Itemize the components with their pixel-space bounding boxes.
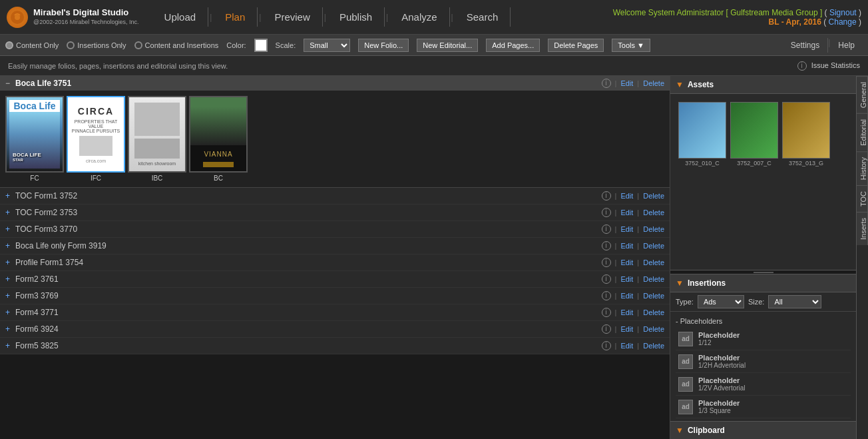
form6-expand-icon[interactable]: +: [5, 324, 10, 334]
form2-delete-link[interactable]: Delete: [643, 275, 664, 283]
form2-expand-icon[interactable]: +: [5, 274, 10, 284]
delete-pages-button[interactable]: Delete Pages: [548, 39, 604, 52]
form5-expand-icon[interactable]: +: [5, 341, 10, 350]
form-row-toc2[interactable]: + TOC Form2 3753 i | Edit | Delete: [0, 205, 670, 221]
toc2-expand-icon[interactable]: +: [5, 208, 10, 217]
form2-edit-link[interactable]: Edit: [620, 275, 633, 283]
toc1-info-icon[interactable]: i: [602, 191, 611, 201]
issue-stats[interactable]: i Issue Statistics: [797, 61, 860, 71]
content-only-radio[interactable]: Content Only: [5, 41, 59, 49]
insertions-header[interactable]: ▼ Insertions: [670, 274, 856, 292]
asset-item-2[interactable]: 3752_007_C: [730, 102, 778, 167]
form5-info-icon[interactable]: i: [602, 341, 611, 350]
nav-analyze[interactable]: Analyze: [389, 7, 449, 27]
form-row-form2[interactable]: + Form2 3761 i | Edit | Delete: [0, 271, 670, 288]
form6-delete-link[interactable]: Delete: [643, 325, 664, 333]
form6-edit-link[interactable]: Edit: [620, 325, 633, 333]
help-button[interactable]: Help: [830, 38, 863, 53]
size-select[interactable]: All Full Half Quarter: [768, 295, 821, 308]
toc1-title: TOC Form1 3752: [15, 191, 602, 201]
tools-button[interactable]: Tools ▼: [612, 39, 650, 52]
form-row-bocaonly[interactable]: + Boca Life only Form 3919 i | Edit | De…: [0, 238, 670, 254]
placeholder-item-4[interactable]: ad Placeholder 1/3 Square: [676, 396, 851, 418]
toc2-edit-link[interactable]: Edit: [620, 209, 633, 217]
form4-expand-icon[interactable]: +: [5, 308, 10, 317]
nav-preview[interactable]: Preview: [262, 7, 322, 27]
profile1-delete-link[interactable]: Delete: [643, 258, 664, 266]
form4-edit-link[interactable]: Edit: [620, 308, 633, 316]
side-tab-inserts[interactable]: Inserts: [857, 212, 868, 245]
toc1-delete-link[interactable]: Delete: [643, 192, 664, 200]
color-picker[interactable]: [254, 39, 268, 52]
toc1-edit-link[interactable]: Edit: [620, 192, 633, 200]
toc3-info-icon[interactable]: i: [602, 224, 611, 234]
placeholder-item-3[interactable]: ad Placeholder 1/2V Advertorial: [676, 373, 851, 396]
asset-item-1[interactable]: 3752_010_C: [678, 102, 726, 167]
new-folio-button[interactable]: New Folio...: [358, 39, 409, 52]
placeholder-item-1[interactable]: ad Placeholder 1/12: [676, 328, 851, 350]
insertions-only-radio[interactable]: Insertions Only: [67, 41, 126, 49]
profile1-expand-icon[interactable]: +: [5, 258, 10, 267]
toc3-expand-icon[interactable]: +: [5, 224, 10, 234]
profile1-info-icon[interactable]: i: [602, 258, 611, 267]
nav-plan[interactable]: Plan: [213, 7, 258, 27]
bocaonly-info-icon[interactable]: i: [602, 241, 611, 250]
side-tab-history[interactable]: History: [857, 151, 868, 185]
signout-link[interactable]: Signout: [829, 8, 857, 17]
form2-info-icon[interactable]: i: [602, 274, 611, 284]
side-tab-general[interactable]: General: [857, 76, 868, 113]
clipboard-header[interactable]: ▼ Clipboard: [670, 422, 856, 439]
side-tab-editorial[interactable]: Editorial: [857, 113, 868, 151]
form5-edit-link[interactable]: Edit: [620, 342, 633, 350]
nav-search[interactable]: Search: [455, 7, 511, 27]
folio-expand-icon[interactable]: −: [5, 79, 10, 88]
add-pages-button[interactable]: Add Pages...: [486, 39, 540, 52]
form-row-form3[interactable]: + Form3 3769 i | Edit | Delete: [0, 288, 670, 304]
page-fc[interactable]: Boca Life BOCA LIFE STAR FC: [5, 96, 64, 182]
form3-info-icon[interactable]: i: [602, 291, 611, 300]
form-row-toc3[interactable]: + TOC Form3 3770 i | Edit | Delete: [0, 221, 670, 238]
content-insertions-radio[interactable]: Content and Insertions: [134, 41, 219, 49]
form4-delete-link[interactable]: Delete: [643, 308, 664, 316]
new-editorial-button[interactable]: New Editorial...: [417, 39, 478, 52]
folio-edit-link[interactable]: Edit: [620, 79, 633, 87]
toc2-info-icon[interactable]: i: [602, 208, 611, 217]
form-row-form6[interactable]: + Form6 3924 i | Edit | Delete: [0, 321, 670, 338]
bocaonly-delete-link[interactable]: Delete: [643, 242, 664, 250]
type-select[interactable]: Ads Editorial All: [698, 295, 744, 308]
profile1-edit-link[interactable]: Edit: [620, 258, 633, 266]
placeholder-item-2[interactable]: ad Placeholder 1/2H Advertorial: [676, 350, 851, 373]
toc3-delete-link[interactable]: Delete: [643, 225, 664, 233]
form4-info-icon[interactable]: i: [602, 308, 611, 317]
form3-edit-link[interactable]: Edit: [620, 292, 633, 300]
asset-item-3[interactable]: 3752_013_G: [782, 102, 830, 167]
form-row-profile1[interactable]: + Profile Form1 3754 i | Edit | Delete: [0, 254, 670, 271]
folio-header[interactable]: − Boca Life 3751 i | Edit | Delete: [0, 76, 670, 91]
toc3-edit-link[interactable]: Edit: [620, 225, 633, 233]
page-ifc[interactable]: CIRCA PROPERTIES THAT VALUEPINNACLE PURS…: [67, 96, 125, 182]
scale-select[interactable]: Small Medium Large: [304, 39, 350, 52]
form3-delete-link[interactable]: Delete: [643, 292, 664, 300]
form-row-form4[interactable]: + Form4 3771 i | Edit | Delete: [0, 304, 670, 321]
folio-info-icon[interactable]: i: [602, 79, 611, 88]
form3-expand-icon[interactable]: +: [5, 291, 10, 300]
change-link[interactable]: Change: [829, 17, 857, 27]
bocaonly-edit-link[interactable]: Edit: [620, 242, 633, 250]
form-row-toc1[interactable]: + TOC Form1 3752 i | Edit | Delete: [0, 188, 670, 205]
assets-header[interactable]: ▼ Assets: [670, 76, 856, 94]
form5-delete-link[interactable]: Delete: [643, 342, 664, 350]
page-bc[interactable]: VIANNA BC: [189, 96, 248, 182]
side-tab-toc[interactable]: TOC: [857, 185, 868, 212]
toolbar: Content Only Insertions Only Content and…: [0, 35, 868, 56]
form-row-form5[interactable]: + Form5 3825 i | Edit | Delete: [0, 338, 670, 354]
toc2-delete-link[interactable]: Delete: [643, 209, 664, 217]
toc1-expand-icon[interactable]: +: [5, 191, 10, 201]
page-ibc-label: IBC: [152, 175, 163, 182]
bocaonly-expand-icon[interactable]: +: [5, 241, 10, 250]
nav-upload[interactable]: Upload: [152, 7, 209, 27]
settings-button[interactable]: Settings: [783, 38, 828, 53]
folio-delete-link[interactable]: Delete: [643, 79, 664, 87]
form6-info-icon[interactable]: i: [602, 324, 611, 334]
page-ibc[interactable]: kitchen showroom IBC: [128, 96, 186, 182]
nav-publish[interactable]: Publish: [327, 7, 385, 27]
